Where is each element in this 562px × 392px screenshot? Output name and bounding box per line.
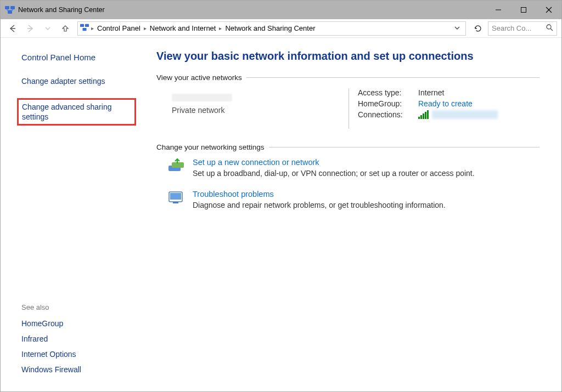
breadcrumb-segment[interactable]: Control Panel bbox=[95, 24, 143, 32]
chevron-down-icon[interactable] bbox=[451, 24, 463, 32]
see-also-label: See also bbox=[21, 303, 143, 311]
access-type-label: Access type: bbox=[358, 88, 418, 97]
setup-connection-desc: Set up a broadband, dial-up, or VPN conn… bbox=[193, 169, 475, 178]
navbar: ▸ Control Panel ▸ Network and Internet ▸… bbox=[1, 19, 561, 38]
control-panel-home-link[interactable]: Control Panel Home bbox=[21, 52, 143, 63]
sidebar: Control Panel Home Change adapter settin… bbox=[1, 38, 143, 391]
titlebar: Network and Sharing Center bbox=[1, 1, 561, 19]
setup-connection-icon bbox=[167, 158, 186, 174]
svg-rect-0 bbox=[5, 6, 9, 9]
address-bar[interactable]: ▸ Control Panel ▸ Network and Internet ▸… bbox=[77, 21, 466, 36]
recent-locations-button[interactable] bbox=[40, 21, 55, 36]
search-placeholder: Search Co... bbox=[492, 24, 531, 32]
minimize-button[interactable] bbox=[486, 1, 511, 19]
svg-point-7 bbox=[547, 25, 551, 29]
active-networks-heading: View your active networks bbox=[156, 73, 539, 82]
connection-name-redacted[interactable] bbox=[432, 110, 498, 119]
network-type-label: Private network bbox=[172, 106, 338, 115]
nsc-icon bbox=[5, 5, 15, 15]
chevron-right-icon[interactable]: ▸ bbox=[90, 25, 95, 31]
chevron-right-icon[interactable]: ▸ bbox=[143, 25, 148, 31]
svg-rect-6 bbox=[82, 28, 86, 31]
svg-rect-1 bbox=[10, 6, 15, 9]
svg-rect-3 bbox=[521, 8, 526, 13]
vertical-divider bbox=[349, 88, 349, 129]
troubleshoot-icon bbox=[167, 190, 186, 206]
see-also-windows-firewall-link[interactable]: Windows Firewall bbox=[21, 365, 143, 374]
network-block: Private network bbox=[167, 88, 338, 115]
change-advanced-sharing-link[interactable]: Change advanced sharing settings bbox=[22, 102, 121, 122]
homegroup-label: HomeGroup: bbox=[358, 99, 418, 108]
chevron-right-icon[interactable]: ▸ bbox=[218, 25, 223, 31]
page-title: View your basic network information and … bbox=[156, 50, 539, 63]
troubleshoot-option: Troubleshoot problems Diagnose and repai… bbox=[156, 190, 539, 209]
troubleshoot-link[interactable]: Troubleshoot problems bbox=[193, 190, 446, 198]
homegroup-link[interactable]: Ready to create bbox=[418, 99, 473, 108]
svg-rect-5 bbox=[85, 24, 89, 27]
wifi-signal-icon bbox=[418, 110, 429, 119]
annotation-highlight: Change advanced sharing settings bbox=[17, 98, 136, 126]
setup-connection-link[interactable]: Set up a new connection or network bbox=[193, 158, 475, 167]
search-input[interactable]: Search Co... bbox=[488, 21, 557, 36]
troubleshoot-desc: Diagnose and repair network problems, or… bbox=[193, 201, 446, 209]
window-title: Network and Sharing Center bbox=[18, 6, 105, 14]
close-button[interactable] bbox=[536, 1, 561, 19]
svg-rect-11 bbox=[170, 193, 181, 200]
nsc-icon bbox=[80, 23, 89, 33]
see-also-infrared-link[interactable]: Infrared bbox=[21, 334, 143, 343]
setup-connection-option: Set up a new connection or network Set u… bbox=[156, 158, 539, 178]
change-adapter-settings-link[interactable]: Change adapter settings bbox=[21, 76, 143, 86]
svg-rect-4 bbox=[80, 24, 84, 27]
access-type-value: Internet bbox=[418, 88, 444, 97]
maximize-button[interactable] bbox=[511, 1, 536, 19]
back-button[interactable] bbox=[5, 21, 20, 36]
connections-label: Connections: bbox=[358, 110, 418, 119]
see-also-internet-options-link[interactable]: Internet Options bbox=[21, 350, 143, 359]
breadcrumb-segment[interactable]: Network and Sharing Center bbox=[223, 24, 317, 32]
network-details: Access type: Internet HomeGroup: Ready t… bbox=[355, 88, 539, 121]
change-networking-heading: Change your networking settings bbox=[156, 143, 539, 151]
see-also-homegroup-link[interactable]: HomeGroup bbox=[21, 319, 143, 328]
network-name-redacted bbox=[172, 94, 232, 101]
up-button[interactable] bbox=[58, 21, 73, 36]
svg-rect-12 bbox=[173, 202, 178, 203]
search-icon bbox=[546, 24, 553, 33]
main-panel: View your basic network information and … bbox=[143, 38, 561, 391]
forward-button[interactable] bbox=[23, 21, 38, 36]
refresh-button[interactable] bbox=[470, 21, 486, 36]
breadcrumb-segment[interactable]: Network and Internet bbox=[148, 24, 218, 32]
